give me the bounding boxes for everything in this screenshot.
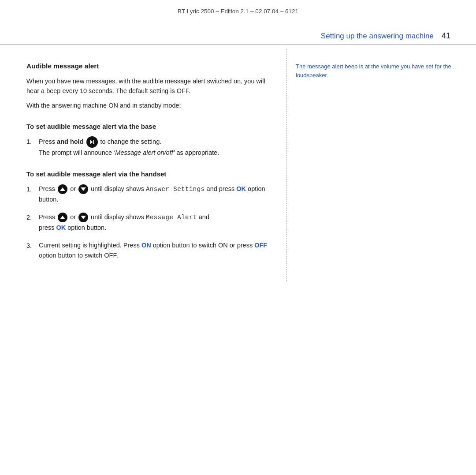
handset-step-1: 1. Press or until display shows Answer S… [26, 184, 269, 204]
header-bar: BT Lyric 2500 – Edition 2.1 – 02.07.04 –… [0, 0, 476, 19]
base-step-1-number: 1. [26, 136, 39, 146]
skip-bar [93, 140, 94, 144]
down-arrow-icon [78, 184, 88, 194]
skip-button-icon [86, 136, 98, 148]
ok-text-2: OK [56, 224, 66, 231]
right-column: The message alert beep is at the volume … [286, 49, 476, 281]
base-step1-suffix2: as appropriate. [175, 149, 219, 156]
handset-step-2-number: 2. [26, 212, 39, 222]
handset-step2-suffix3: option button. [66, 224, 106, 231]
step3-suffix: option button to switch OFF. [39, 252, 118, 259]
main-content: Audible message alert When you have new … [0, 45, 476, 281]
handset-step-3: 3. Current setting is highlighted. Press… [26, 240, 269, 260]
section-header-row: Setting up the answering machine 41 [0, 19, 476, 45]
audible-heading: Audible message alert [26, 62, 269, 70]
handset-section: To set audible message alert via the han… [26, 170, 269, 260]
down-arrow-icon-2 [78, 213, 88, 222]
header-text: BT Lyric 2500 – Edition 2.1 – 02.07.04 –… [178, 8, 298, 15]
step3-middle: option button to switch ON or press [151, 242, 255, 249]
base-step-1-content: Press and hold to change the setting. T [39, 136, 269, 157]
up-arrow-icon-2 [58, 213, 67, 222]
base-step-1: 1. Press and hold to change the setting. [26, 136, 269, 157]
handset-steps: 1. Press or until display shows Answer S… [26, 184, 269, 260]
base-step1-line2: The prompt will announce ‘Message alert … [39, 149, 219, 156]
handset-heading: To set audible message alert via the han… [26, 170, 269, 178]
handset-step-2-content: Press or until display shows Message Ale… [39, 212, 269, 232]
ok-text-1: OK [236, 185, 246, 192]
handset-step1-suffix: until display shows [91, 185, 146, 192]
handset-step1-lcd: Answer Settings [146, 186, 205, 193]
handset-step2-lcd: Message Alert [146, 214, 197, 221]
handset-step-3-number: 3. [26, 240, 39, 251]
left-column: Audible message alert When you have new … [0, 45, 286, 281]
base-section: To set audible message alert via the bas… [26, 123, 269, 157]
on-text: ON [141, 242, 151, 249]
bold-and-hold: and hold [57, 138, 83, 145]
skip-button-inner [90, 140, 94, 144]
step3-text: Current setting is highlighted. Press [39, 242, 141, 249]
base-step1-italic: ‘Message alert on/off’ [114, 149, 175, 156]
base-heading: To set audible message alert via the bas… [26, 123, 269, 130]
base-step1-suffix: to change the setting. [100, 138, 162, 145]
audible-body2: With the answering machine ON and in sta… [26, 101, 269, 110]
handset-step2-suffix: until display shows [91, 213, 146, 221]
handset-step-1-content: Press or until display shows Answer Sett… [39, 184, 269, 204]
handset-step-1-number: 1. [26, 184, 39, 194]
page-container: BT Lyric 2500 – Edition 2.1 – 02.07.04 –… [0, 0, 476, 475]
audible-body1: When you have new messages, with the aud… [26, 76, 269, 96]
base-steps: 1. Press and hold to change the setting. [26, 136, 269, 157]
page-number: 41 [442, 31, 450, 41]
section-title: Setting up the answering machine [321, 32, 434, 41]
sidebar-note: The message alert beep is at the volume … [296, 62, 463, 79]
handset-step-2: 2. Press or until display shows Message … [26, 212, 269, 232]
skip-arrow1 [90, 140, 93, 144]
handset-step1-or: or [70, 185, 76, 192]
handset-step2-or: or [70, 213, 76, 221]
handset-step-3-content: Current setting is highlighted. Press ON… [39, 240, 269, 260]
off-text: OFF [254, 242, 267, 249]
up-arrow-icon [58, 184, 67, 194]
audible-alert-section: Audible message alert When you have new … [26, 62, 269, 110]
